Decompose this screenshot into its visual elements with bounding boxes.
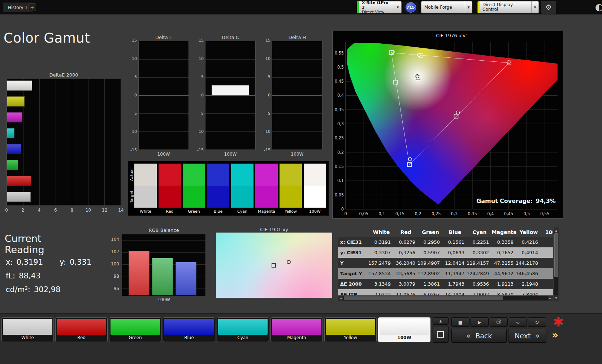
- pattern-label: Yellow: [326, 335, 375, 341]
- source-name: Mobile Forge: [421, 5, 465, 10]
- hscroll-thumb[interactable]: [344, 296, 503, 300]
- next-button[interactable]: Next »: [508, 329, 546, 343]
- swatch-column-cyan: Cyan: [231, 164, 254, 215]
- scroll-right-button[interactable]: ►: [548, 296, 553, 300]
- display-control-name: Direct Display Control: [480, 3, 531, 12]
- hscroll-track[interactable]: [343, 296, 548, 300]
- swatch-label: White: [134, 208, 157, 215]
- swatch-column-blue: Blue: [207, 164, 229, 215]
- pattern-button-magenta[interactable]: Magenta: [270, 317, 323, 342]
- y-value: 0,331: [70, 258, 91, 266]
- chevron-down-icon[interactable]: ▼: [531, 1, 538, 13]
- actual-swatch: [183, 164, 205, 186]
- svg-text:0,4: 0,4: [487, 211, 494, 216]
- session-indicator-icon[interactable]: ✱: [550, 315, 566, 329]
- top-bar: History 1 + X-Rite i1Pro 3 Direct View ▼…: [0, 0, 602, 14]
- half-circle-icon[interactable]: ◐: [595, 1, 602, 12]
- deltae-x-axis: 02468101214: [3, 208, 125, 213]
- gamut-coverage-label: Gamut Coverage:: [476, 198, 533, 204]
- y-axis-labels: 151050-5-10-15: [195, 38, 204, 152]
- fast-forward-icon[interactable]: »: [552, 329, 558, 341]
- pattern-label: Cyan: [218, 335, 268, 341]
- pattern-button-blue[interactable]: Blue: [163, 317, 215, 342]
- target-swatch: [134, 186, 157, 208]
- gamut-coverage-value: 94,3%: [536, 198, 556, 204]
- swatch-label: 100W: [304, 208, 326, 215]
- pattern-button-white[interactable]: White: [1, 317, 54, 342]
- vscroll-track[interactable]: [554, 233, 558, 295]
- svg-text:0,15: 0,15: [395, 211, 404, 216]
- chevron-down-icon[interactable]: ▼: [465, 1, 472, 13]
- svg-text:0,2: 0,2: [415, 211, 421, 216]
- cie1931-title: CIE 1931 xy: [216, 227, 332, 232]
- deltae-bar-magenta: [7, 112, 22, 122]
- swatch-column-white: White: [134, 164, 157, 215]
- x-axis-label: 100W: [138, 152, 189, 157]
- chart-plot: [205, 41, 256, 150]
- meter-dropdown[interactable]: X-Rite i1Pro 3 Direct View ▼: [357, 1, 402, 13]
- window-icon: [437, 331, 444, 338]
- svg-text:0,4: 0,4: [337, 93, 344, 98]
- rgb-y-axis: 1041021009896: [106, 237, 119, 291]
- scroll-up-button[interactable]: ▲: [554, 228, 558, 233]
- swatch-label: Blue: [207, 208, 229, 215]
- delta-l-chart: Delta L 151050-5-10-15 100W: [128, 35, 190, 159]
- chart-title: Delta H: [272, 35, 322, 40]
- table-row: x: CIE310,31910,62790,29500,15610,22510,…: [338, 237, 553, 247]
- scroll-down-button[interactable]: ▼: [554, 295, 558, 300]
- rgb-chart-title: RGB Balance: [122, 228, 206, 233]
- pattern-window-button[interactable]: [433, 326, 449, 343]
- pattern-button-red[interactable]: Red: [55, 317, 108, 342]
- svg-text:0,05: 0,05: [359, 211, 368, 216]
- collapse-button[interactable]: ▲: [433, 317, 449, 325]
- svg-text:0,25: 0,25: [335, 135, 344, 140]
- delta-bar: [212, 85, 250, 95]
- svg-text:0,1: 0,1: [378, 211, 385, 216]
- play-button[interactable]: ▶: [471, 317, 489, 327]
- swatch-column-green: Green: [183, 164, 205, 215]
- rgb-x-label: 100W: [122, 297, 206, 302]
- cie1976-panel: CIE 1976 u'v' 00,550,050,50,10,450,150,4…: [332, 31, 563, 218]
- continuous-button[interactable]: ∞: [509, 317, 527, 327]
- stop-button[interactable]: ■: [451, 317, 469, 327]
- fl-reading: fL: 88,43: [6, 272, 40, 280]
- table-row: ΔE ITP3,023311,06766,026714,39043,90038,…: [338, 289, 553, 295]
- swatch-column-magenta: Magenta: [255, 164, 278, 215]
- meter-badge-button[interactable]: 715: [403, 1, 418, 13]
- meter-mode: Direct View: [362, 10, 391, 14]
- swatch-column-100w: 100W: [304, 164, 326, 215]
- fl-label: fL:: [6, 272, 15, 280]
- pattern-button-yellow[interactable]: Yellow: [324, 317, 377, 342]
- source-dropdown[interactable]: Mobile Forge ▼: [421, 1, 472, 13]
- svg-text:0,3: 0,3: [451, 211, 458, 216]
- vscroll-thumb[interactable]: [554, 233, 558, 277]
- scroll-left-button[interactable]: ◄: [338, 296, 343, 300]
- cie1931-target-marker: [287, 260, 291, 264]
- target-swatch: [255, 186, 278, 208]
- add-tab-button[interactable]: +: [28, 3, 36, 11]
- pattern-button-100w[interactable]: 100W: [378, 317, 430, 342]
- pattern-button-cyan[interactable]: Cyan: [217, 317, 269, 342]
- settings-button[interactable]: ⚙: [541, 1, 556, 14]
- swatch-label: Cyan: [231, 208, 254, 215]
- back-button[interactable]: « Back: [451, 329, 507, 343]
- table-hscrollbar[interactable]: ◄ ►: [338, 296, 553, 301]
- pattern-button-green[interactable]: Green: [109, 317, 161, 342]
- swatch-column-red: Red: [159, 164, 181, 215]
- pattern-swatch: [218, 319, 268, 335]
- display-control-dropdown[interactable]: Direct Display Control ▼: [477, 1, 539, 13]
- chart-plot: [272, 41, 322, 150]
- actual-swatch: [134, 164, 157, 186]
- pattern-h-button[interactable]: Ⓗ: [490, 317, 508, 327]
- rgb-plot: [122, 234, 206, 296]
- target-swatch: [207, 186, 229, 208]
- table-vscrollbar[interactable]: ▲ ▼: [554, 228, 559, 301]
- target-swatch: [304, 186, 326, 208]
- swatch-label: Yellow: [280, 208, 302, 215]
- chevron-down-icon[interactable]: ▼: [394, 1, 401, 13]
- pattern-label: Green: [111, 335, 160, 341]
- actual-swatch: [231, 164, 254, 186]
- deltae-plot: [7, 79, 121, 206]
- refresh-button[interactable]: ↻: [528, 317, 546, 327]
- pattern-swatch: [3, 319, 52, 335]
